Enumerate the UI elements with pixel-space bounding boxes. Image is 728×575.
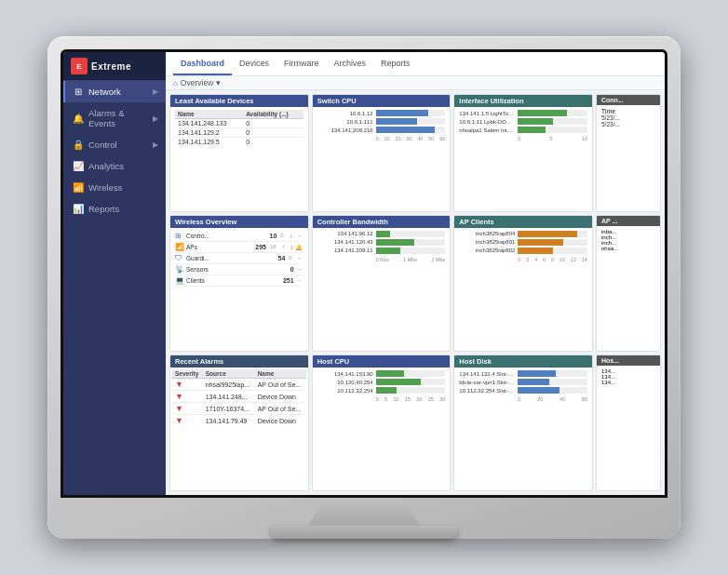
logo-text: Extreme (91, 61, 131, 72)
table-row: 134.141.129.5 0 (175, 138, 303, 147)
bar-axis: 0 5 10 (518, 135, 587, 141)
widget-least-available-header: Least Available Devices (170, 95, 308, 107)
bar-label: 10.112.32.254 Slot-1 Man... (459, 388, 515, 394)
sidebar-item-reports[interactable]: 📊 Reports (63, 198, 166, 220)
sidebar-item-control[interactable]: 🔒 Control ▶ (63, 134, 166, 155)
widget-recent-alarms: Recent Alarms Severity Source Name (169, 354, 309, 491)
conn-time-1: 5/23/... (601, 114, 655, 121)
sidebar-item-label: Alarms & Events (88, 108, 148, 128)
cell-name: 134.141.129.2 (175, 128, 243, 138)
sidebar-item-analytics[interactable]: 📈 Analytics (63, 155, 166, 177)
tab-archives[interactable]: Archives (327, 52, 374, 75)
logo-icon: E (71, 58, 88, 74)
home-icon: ⌂ (173, 79, 178, 87)
bar-label: inch3825iap801 (459, 239, 515, 245)
bar-container (376, 127, 446, 133)
widget-conn-partial: Conn... Time 5/23/... 5/23/... (596, 94, 661, 212)
col-source: Source (203, 369, 255, 379)
wl-name: Clients (186, 277, 276, 284)
table-row: 134.141.129.2 0 (175, 128, 303, 138)
wl-name: Guardi... (186, 255, 266, 261)
chevron-right-icon: ▶ (153, 140, 158, 149)
bar-container (518, 239, 587, 246)
cell-avail: 0 (243, 119, 303, 128)
widget-recent-alarms-body: Severity Source Name ▼ nhsal9925iap... (170, 368, 308, 490)
bar-fill (518, 110, 566, 116)
bar-row: 134.141.1.5 LightTower/7 (459, 110, 587, 116)
wl-delta: 0 (287, 255, 293, 261)
widget-host-cpu-header: Host CPU (313, 355, 451, 368)
widget-controller-bw: Controller Bandwidth 134.141.96.12 134.1… (312, 215, 452, 353)
monitor-screen: E Extreme ⊞ Network ▶ 🔔 Alarms & Events … (63, 52, 665, 495)
bar-fill (518, 231, 576, 237)
sidebar-item-alarms[interactable]: 🔔 Alarms & Events ▶ (63, 102, 166, 134)
bar-label: 134.141.120.43 (317, 239, 373, 245)
bar-label: 134.141.209.11 (317, 247, 373, 253)
alarm-row: ▼ 134.141.79.49 Device Down (172, 415, 306, 427)
widget-switch-cpu-body: 10.6.1.12 10.6.1.111 (313, 107, 451, 211)
bar-container (376, 110, 446, 116)
host-partial-row: 134... (601, 380, 655, 385)
wireless-icon: 📶 (73, 182, 84, 193)
bell-icon: 🔔 (73, 114, 84, 124)
tab-firmware[interactable]: Firmware (276, 52, 327, 75)
bar-label: nhsalpa1 Salem Internal (459, 127, 515, 133)
alarm-row: ▼ 1710Y-16374... AP Out of Se... (172, 403, 306, 415)
bar-container (376, 247, 446, 254)
analytics-icon: 📈 (73, 161, 84, 171)
bar-fill (376, 231, 390, 237)
bar-label: bb-le-cor-vpn1 Slot-1 Ma... (459, 380, 515, 385)
name-cell: Device Down (255, 415, 306, 427)
wl-delta2: ↓ (288, 233, 294, 238)
widget-host-disk-header: Host Disk (454, 355, 592, 368)
bar-row: bb-le-cor-vpn1 Slot-1 Ma... (459, 379, 587, 385)
wl-extra: -- (296, 233, 303, 238)
bar-axis: 0 5 10 15 20 25 30 (376, 395, 446, 402)
bar-fill (376, 110, 428, 116)
tab-dashboard[interactable]: Dashboard (173, 52, 232, 75)
tab-devices[interactable]: Devices (232, 52, 276, 75)
widget-host-disk-body: 134.141.132.4 Slot-1 Man... bb-le-cor-vp… (454, 368, 592, 490)
wireless-row-aps: 📶 APs 295 16 ↑ 1 🔔 (175, 242, 303, 253)
bar-container (518, 370, 587, 377)
least-available-table: Name Availability (...) 134.141.248.133 … (175, 110, 303, 146)
chevron-right-icon: ▶ (153, 87, 158, 96)
widget-host-cpu-body: 134.141.153.90 10.120.40.254 (313, 368, 451, 490)
bar-row: 10.112.32.254 (317, 387, 446, 394)
widget-host-partial-header: Hos... (597, 355, 660, 366)
bar-fill (518, 239, 563, 246)
widget-host-partial-body: 134... 134... 134... (597, 366, 660, 490)
bar-row: 10.120.40.254 (317, 379, 446, 385)
bar-row: inch3825iap801 (459, 239, 587, 246)
bar-label: 10.6.1.111 (317, 119, 373, 125)
wl-name: Contro... (186, 233, 258, 239)
bar-fill (376, 239, 414, 246)
wl-count: 10 (260, 233, 276, 239)
sidebar-item-wireless[interactable]: 📶 Wireless (63, 177, 166, 198)
monitor-base (271, 526, 457, 539)
widget-conn-partial-header: Conn... (597, 95, 660, 105)
ap-partial-row: nhsa... (601, 246, 655, 251)
breadcrumb: ⌂ Overview ▾ (166, 76, 665, 90)
bar-container (518, 247, 587, 254)
source-cell: 134.141.79.49 (203, 415, 255, 427)
conn-time-2: 5/23/... (601, 121, 655, 127)
bar-fill (518, 379, 549, 385)
dashboard-grid: Least Available Devices Name Availabilit… (166, 90, 665, 495)
source-cell: nhsal9925iap... (203, 379, 255, 391)
bar-container (518, 379, 587, 385)
sidebar-item-network[interactable]: ⊞ Network ▶ (63, 81, 166, 102)
bar-container (376, 370, 446, 377)
widget-interface-util: Interface Utilization 134.141.1.5 LightT… (453, 94, 593, 212)
bar-fill (518, 247, 552, 254)
widget-conn-partial-body: Time 5/23/... 5/23/... (597, 105, 660, 211)
bar-row: 10.6.1.111 (317, 118, 446, 125)
tab-reports[interactable]: Reports (373, 52, 418, 75)
sidebar-item-label: Analytics (88, 161, 124, 171)
wl-delta2: ↑ (280, 244, 287, 249)
bar-axis: 0 Kbs 1 Mbs 2 Mbs (376, 256, 446, 262)
monitor-outer: E Extreme ⊞ Network ▶ 🔔 Alarms & Events … (47, 36, 681, 539)
bar-label: 134.141.1.5 LightTower/7 (459, 111, 515, 116)
wl-extra: 1 🔔 (289, 244, 303, 250)
widget-wireless-overview-body: ⊞ Contro... 10 0 ↓ -- 📶 APs 295 (170, 228, 308, 352)
